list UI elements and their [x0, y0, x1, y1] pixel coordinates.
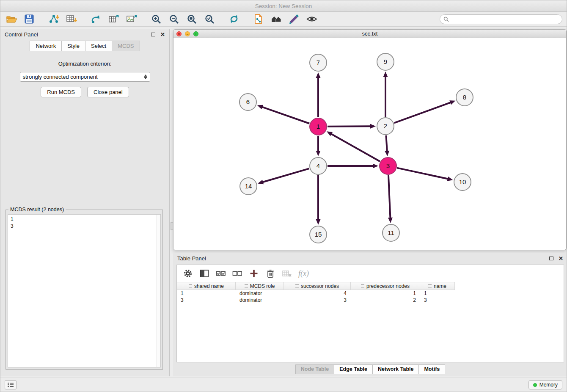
export-table-button[interactable] [107, 13, 121, 25]
save-icon [24, 14, 34, 24]
graph-node-1[interactable]: 1 [310, 118, 327, 135]
first-neighbors-button[interactable] [252, 13, 265, 25]
column-header-shared-name[interactable]: shared name [177, 282, 236, 290]
column-header-name[interactable]: name [420, 282, 455, 290]
network-canvas[interactable]: 1234678910111415 [173, 38, 566, 250]
graph-edge[interactable] [388, 175, 391, 218]
close-table-panel-icon[interactable]: ✕ [559, 256, 563, 261]
columns-icon [200, 269, 209, 278]
float-panel-icon[interactable] [151, 33, 155, 36]
edge-arrowhead [447, 177, 453, 181]
table-row[interactable]: 3dominator323 [177, 297, 564, 304]
network-graph[interactable]: 1234678910111415 [173, 38, 566, 250]
graph-node-4[interactable]: 4 [310, 157, 327, 174]
result-scrollbar[interactable] [157, 215, 160, 367]
sort-icon [361, 284, 364, 288]
import-table-button[interactable] [65, 13, 78, 25]
function-builder-button[interactable]: f(x) [298, 269, 309, 278]
open-session-button[interactable] [5, 13, 18, 25]
gear-icon [183, 269, 193, 278]
float-table-panel-icon[interactable] [549, 257, 553, 260]
graph-edge[interactable] [261, 107, 309, 124]
table-row[interactable]: 1dominator411 [177, 290, 564, 297]
task-history-button[interactable] [5, 380, 17, 389]
search-field[interactable] [440, 14, 562, 24]
mcds-result-textarea[interactable]: 13 [8, 215, 157, 367]
table-cell: 1 [351, 290, 420, 297]
select-all-button[interactable] [216, 268, 226, 279]
export-image-button[interactable] [125, 13, 138, 25]
graph-edge[interactable] [262, 168, 309, 182]
column-header-mcds-role[interactable]: MCDS role [236, 282, 284, 290]
create-column-button[interactable] [249, 268, 259, 279]
close-panel-icon[interactable]: ✕ [160, 32, 165, 37]
graph-node-7[interactable]: 7 [310, 54, 327, 71]
search-input[interactable] [451, 16, 559, 22]
style-button[interactable] [287, 13, 301, 25]
save-session-button[interactable] [22, 13, 36, 25]
graph-node-11[interactable]: 11 [383, 224, 399, 241]
graph-node-6[interactable]: 6 [239, 94, 256, 110]
apply-layout-button[interactable] [227, 13, 241, 25]
graph-node-10[interactable]: 10 [454, 174, 471, 190]
deselect-all-icon [232, 270, 242, 277]
graph-node-3[interactable]: 3 [380, 157, 396, 174]
graph-edge[interactable] [328, 126, 371, 127]
edge-arrowhead [258, 180, 264, 185]
show-columns-button[interactable] [199, 268, 209, 279]
show-hide-button[interactable] [305, 13, 319, 25]
table-cell: dominator [236, 297, 284, 304]
delete-table-icon [282, 269, 292, 278]
zoom-out-button[interactable] [167, 13, 181, 25]
column-header-successor-nodes[interactable]: successor nodes [284, 282, 351, 290]
graph-edge[interactable] [397, 168, 449, 179]
table-settings-button[interactable] [183, 268, 193, 279]
graph-edge[interactable] [386, 135, 387, 152]
result-line: 1 [11, 216, 154, 223]
control-panel: Control Panel ✕ NetworkStyleSelectMCDS O… [0, 29, 170, 376]
control-panel-title: Control Panel [5, 31, 38, 38]
graph-node-14[interactable]: 14 [240, 178, 257, 195]
close-panel-button[interactable]: Close panel [87, 87, 129, 97]
edge-arrowhead [383, 72, 388, 77]
delete-table-button[interactable] [282, 268, 292, 279]
vertical-splitter-grip[interactable] [171, 222, 173, 230]
table-panel: Table Panel ✕ [173, 253, 567, 376]
zoom-selected-button[interactable] [203, 13, 216, 25]
tab-network-table[interactable]: Network Table [373, 364, 419, 374]
tab-node-table[interactable]: Node Table [295, 364, 334, 374]
delete-column-button[interactable] [265, 268, 275, 279]
tab-style[interactable]: Style [62, 41, 85, 51]
graph-node-8[interactable]: 8 [456, 89, 473, 106]
graph-node-2[interactable]: 2 [377, 118, 394, 135]
tab-edge-table[interactable]: Edge Table [334, 364, 373, 374]
tab-select[interactable]: Select [85, 41, 112, 51]
tab-mcds[interactable]: MCDS [112, 41, 140, 51]
overview-button[interactable] [270, 13, 283, 25]
tab-motifs[interactable]: Motifs [419, 364, 445, 374]
export-network-button[interactable] [89, 13, 103, 25]
graph-node-15[interactable]: 15 [310, 226, 327, 243]
combo-arrows-icon [144, 75, 147, 79]
control-panel-header: Control Panel ✕ [0, 29, 169, 39]
zoom-fit-button[interactable] [185, 13, 198, 25]
column-header-predecessor-nodes[interactable]: predecessor nodes [351, 282, 420, 290]
import-network-button[interactable] [47, 13, 61, 25]
home-icon [271, 14, 282, 24]
zoom-in-button[interactable] [149, 13, 163, 25]
memory-button[interactable]: Memory [528, 380, 562, 389]
run-mcds-button[interactable]: Run MCDS [41, 87, 81, 97]
result-line: 3 [11, 223, 154, 229]
table-cell: 1 [420, 290, 455, 297]
deselect-all-button[interactable] [232, 268, 242, 279]
tab-network[interactable]: Network [30, 41, 62, 51]
table-toolbar: f(x) [177, 265, 564, 282]
criterion-select[interactable]: strongly connected component [20, 72, 150, 82]
application-window: Session: New Session [0, 0, 567, 392]
graph-edge[interactable] [394, 102, 451, 123]
graph-node-9[interactable]: 9 [377, 53, 394, 70]
graph-edge[interactable] [331, 134, 380, 162]
memory-status-icon [533, 383, 537, 387]
first-neighbors-icon [253, 14, 264, 25]
export-network-icon [91, 14, 102, 24]
